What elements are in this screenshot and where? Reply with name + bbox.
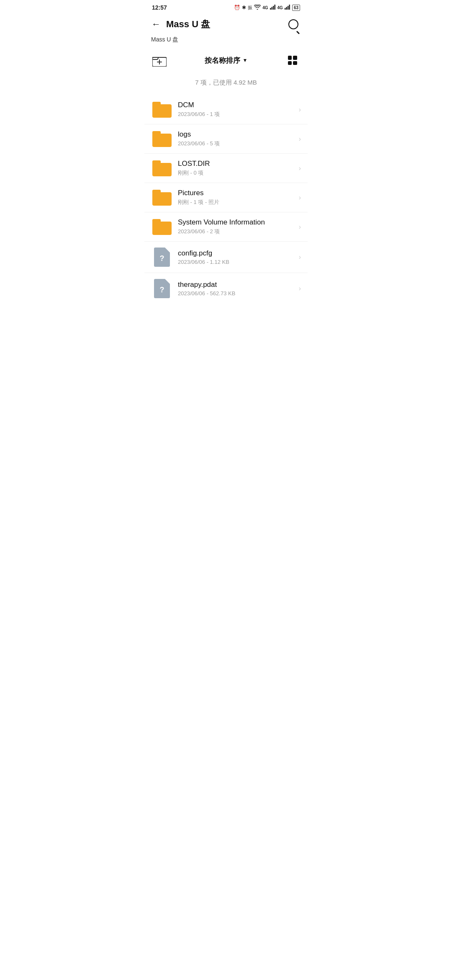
breadcrumb: Mass U 盘 (144, 35, 308, 49)
toolbar: 按名称排序 ▼ (144, 49, 308, 72)
wifi-icon (254, 5, 261, 11)
folder-icon-wrap (151, 219, 173, 235)
list-item[interactable]: System Volume Information 2023/06/06 - 2… (144, 212, 308, 242)
file-info: logs 2023/06/06 - 5 项 (178, 130, 295, 147)
chevron-right-icon: › (299, 135, 301, 143)
signal-bars-icon (270, 5, 276, 11)
signal-4g-icon: 4G (262, 5, 268, 10)
file-icon-wrap: ? (151, 279, 173, 298)
svg-rect-4 (285, 8, 286, 10)
folder-icon-wrap (151, 102, 173, 118)
status-bar: 12:57 ⏰ ✱ 振 4G 4G (144, 0, 308, 13)
svg-rect-7 (289, 5, 290, 10)
chevron-right-icon: › (299, 285, 301, 292)
folder-icon (152, 102, 172, 118)
file-icon: ? (154, 279, 170, 298)
list-item[interactable]: DCM 2023/06/06 - 1 项 › (144, 95, 308, 124)
file-meta: 刚刚 - 0 项 (178, 169, 295, 177)
file-list: DCM 2023/06/06 - 1 项 › logs 2023/06/06 -… (144, 95, 308, 317)
sort-button[interactable]: 按名称排序 ▼ (205, 56, 248, 65)
chevron-right-icon: › (299, 106, 301, 113)
folder-icon-wrap (151, 160, 173, 176)
file-unknown-icon: ? (160, 254, 164, 263)
list-item[interactable]: LOST.DIR 刚刚 - 0 项 › (144, 154, 308, 183)
file-name: Pictures (178, 189, 295, 197)
file-info: LOST.DIR 刚刚 - 0 项 (178, 160, 295, 177)
file-meta: 刚刚 - 1 项 - 照片 (178, 199, 295, 206)
file-name: System Volume Information (178, 218, 295, 227)
file-unknown-icon: ? (160, 286, 164, 294)
folder-icon-wrap (151, 131, 173, 147)
back-arrow-icon: ← (152, 20, 161, 29)
add-folder-icon (152, 54, 167, 67)
storage-summary: 7 项，已使用 4.92 MB (144, 72, 308, 95)
file-name: therapy.pdat (178, 281, 295, 289)
folder-icon (152, 131, 172, 147)
status-icons: ⏰ ✱ 振 4G 4G (234, 5, 300, 11)
chevron-right-icon: › (299, 223, 301, 231)
svg-rect-5 (286, 7, 287, 10)
svg-rect-6 (288, 6, 289, 10)
list-item[interactable]: ? therapy.pdat 2023/06/06 - 562.73 KB › (144, 273, 308, 304)
svg-rect-0 (270, 8, 271, 10)
vibrate-icon: 振 (248, 5, 252, 11)
file-name: LOST.DIR (178, 160, 295, 168)
header-left: ← Mass U 盘 (149, 17, 210, 32)
sort-caret-icon: ▼ (243, 57, 248, 63)
status-time: 12:57 (152, 4, 167, 11)
svg-rect-1 (271, 7, 272, 10)
file-meta: 2023/06/06 - 1 项 (178, 111, 295, 118)
add-folder-button[interactable] (151, 52, 168, 69)
search-icon (288, 19, 298, 29)
file-icon: ? (154, 248, 170, 267)
list-item[interactable]: ? config.pcfg 2023/06/06 - 1.12 KB › (144, 242, 308, 273)
file-name: DCM (178, 101, 295, 109)
folder-icon (152, 219, 172, 235)
battery-icon: 63 (292, 5, 300, 11)
file-info: Pictures 刚刚 - 1 项 - 照片 (178, 189, 295, 206)
list-item[interactable]: Pictures 刚刚 - 1 项 - 照片 › (144, 183, 308, 212)
page-title: Mass U 盘 (166, 18, 210, 31)
file-name: logs (178, 130, 295, 139)
file-meta: 2023/06/06 - 2 项 (178, 228, 295, 235)
back-button[interactable]: ← (149, 17, 164, 32)
file-name: config.pcfg (178, 249, 295, 258)
file-info: config.pcfg 2023/06/06 - 1.12 KB (178, 249, 295, 265)
file-info: DCM 2023/06/06 - 1 项 (178, 101, 295, 118)
folder-icon (152, 160, 172, 176)
grid-icon (288, 56, 297, 65)
file-meta: 2023/06/06 - 1.12 KB (178, 259, 295, 265)
file-info: System Volume Information 2023/06/06 - 2… (178, 218, 295, 235)
file-icon-wrap: ? (151, 248, 173, 267)
chevron-right-icon: › (299, 194, 301, 201)
chevron-right-icon: › (299, 253, 301, 261)
header: ← Mass U 盘 (144, 13, 308, 35)
grid-view-button[interactable] (284, 52, 301, 69)
chevron-right-icon: › (299, 165, 301, 172)
list-item[interactable]: logs 2023/06/06 - 5 项 › (144, 124, 308, 154)
folder-icon (152, 190, 172, 206)
svg-rect-3 (274, 5, 275, 10)
file-info: therapy.pdat 2023/06/06 - 562.73 KB (178, 281, 295, 297)
folder-icon-wrap (151, 190, 173, 206)
sort-label: 按名称排序 (205, 56, 240, 65)
file-meta: 2023/06/06 - 562.73 KB (178, 290, 295, 297)
signal-4g-2-icon: 4G (277, 5, 283, 10)
bluetooth-icon: ✱ (242, 5, 246, 10)
alarm-icon: ⏰ (234, 5, 240, 10)
signal-bars-2-icon (285, 5, 290, 11)
file-meta: 2023/06/06 - 5 项 (178, 140, 295, 147)
search-button[interactable] (286, 17, 301, 32)
svg-rect-2 (273, 6, 274, 10)
